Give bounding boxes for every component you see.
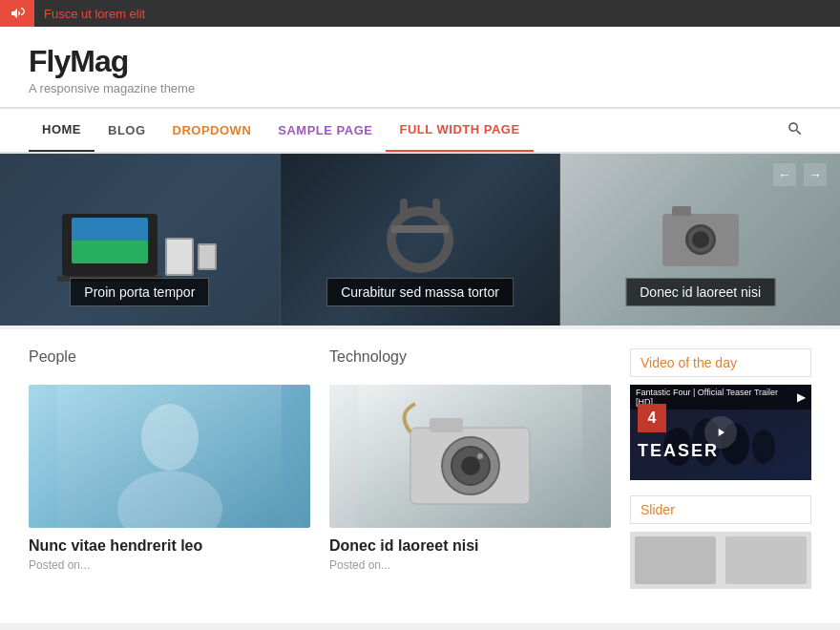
svg-rect-17	[725, 536, 807, 584]
tech-article-title: Donec id laoreet nisi	[329, 537, 611, 555]
people-article-image	[29, 385, 310, 528]
tech-article-meta: Posted on...	[329, 558, 611, 572]
svg-point-14	[752, 430, 775, 464]
slide-1: Proin porta tempor	[0, 154, 280, 326]
site-tagline: A responsive magazine theme	[29, 81, 811, 95]
technology-section-title: Technology	[329, 348, 611, 371]
nav-dropdown[interactable]: DROPDOWN	[159, 110, 265, 151]
camera-photo	[329, 385, 611, 528]
svg-rect-5	[430, 418, 463, 432]
teaser-text: TEASER	[638, 441, 719, 461]
tech-article-image	[329, 385, 611, 528]
article-people: People	[29, 348, 310, 572]
slider-nav: ← →	[773, 163, 827, 186]
video-section: Video of the day	[630, 348, 811, 480]
site-title: FlyMag	[29, 44, 811, 79]
site-header: FlyMag A responsive magazine theme	[0, 27, 840, 109]
articles-area: People	[29, 348, 611, 604]
svg-point-9	[477, 453, 483, 459]
top-bar-text: Fusce ut lorem elit	[44, 7, 145, 21]
people-article-title: Nunc vitae hendrerit leo	[29, 537, 310, 555]
nav-links: HOME BLOG DROPDOWN SAMPLE PAGE FULL WIDT…	[29, 109, 534, 152]
slider-prev-button[interactable]: ←	[773, 163, 796, 186]
nav-home[interactable]: HOME	[29, 109, 94, 152]
video-thumbnail[interactable]: Fantastic Four | Official Teaser Trailer…	[630, 385, 811, 480]
people-section-title: People	[29, 348, 310, 371]
slider-preview	[630, 532, 811, 589]
share-icon[interactable]: ▶	[797, 390, 806, 404]
sidebar: Video of the day	[630, 348, 811, 604]
slide-3-label: Donec id laoreet nisi	[625, 278, 775, 306]
video-section-title: Video of the day	[630, 348, 811, 377]
people-article-meta: Posted on...	[29, 558, 310, 572]
four-logo: 4	[638, 404, 666, 432]
hero-slider: Proin porta tempor Curabitur sed massa t…	[0, 154, 840, 326]
svg-rect-16	[635, 536, 716, 584]
search-icon[interactable]	[779, 113, 811, 149]
articles-row: People	[29, 348, 611, 572]
slider-section: Slider	[630, 495, 811, 589]
svg-point-8	[461, 456, 480, 475]
slide-1-label: Proin porta tempor	[70, 278, 209, 306]
main-content: People	[0, 329, 840, 623]
megaphone-icon	[0, 0, 34, 27]
slider-next-button[interactable]: →	[804, 163, 827, 186]
top-bar: Fusce ut lorem elit	[0, 0, 840, 27]
article-technology: Technology	[329, 348, 611, 572]
slide-2-label: Curabitur sed massa tortor	[326, 278, 514, 306]
nav-sample[interactable]: SAMPLE PAGE	[264, 110, 386, 151]
svg-point-1	[141, 404, 199, 471]
person-photo	[29, 385, 310, 528]
nav-bar: HOME BLOG DROPDOWN SAMPLE PAGE FULL WIDT…	[0, 109, 840, 154]
slider-section-title: Slider	[630, 495, 811, 524]
nav-fullwidth[interactable]: FULL WIDTH PAGE	[386, 109, 533, 152]
nav-blog[interactable]: BLOG	[94, 110, 159, 151]
slide-2: Curabitur sed massa tortor	[281, 154, 560, 326]
